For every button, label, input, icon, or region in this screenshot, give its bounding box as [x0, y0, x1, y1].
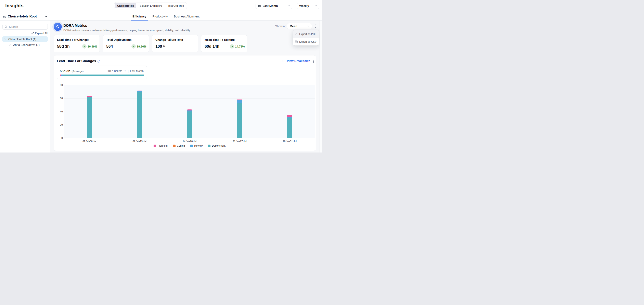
chevron-right-icon[interactable] — [9, 43, 12, 46]
metric-card-delta-value: 14.78% — [235, 45, 244, 48]
y-tick-label: 40 — [55, 110, 63, 113]
metric-card-value: 100 — [156, 44, 162, 49]
gridline-60 — [64, 98, 315, 98]
sidebar-header: ChoiceHotels Root — [0, 12, 50, 20]
progress-segment-planning — [60, 74, 61, 76]
showing-label: Showing — [275, 24, 286, 28]
scrollbar-track[interactable] — [320, 20, 322, 152]
menu-item-label: Export as CSV — [299, 40, 316, 43]
export-menu: Export as PDFExport as CSV — [293, 30, 319, 45]
arrow-down-right-icon — [82, 44, 86, 48]
chart-legend: PlanningCodingReviewDeployment — [64, 144, 315, 147]
period-label: Last Month — [130, 69, 144, 72]
menu-item-export-as-pdf[interactable]: Export as PDF — [293, 30, 319, 38]
metric-card-title: Mean Time To Restore — [204, 38, 244, 41]
search-input[interactable] — [9, 25, 46, 28]
date-range-value: Last Month — [263, 4, 278, 7]
x-tick-label: 14 Jul-20 Jul — [164, 140, 214, 143]
metric-card-lead-time-for-changes: Lead Time For Changes58d 3h16.99% — [54, 35, 100, 52]
y-tick-label: 0 — [55, 137, 63, 139]
bar-chart-plot — [64, 85, 315, 138]
tab-efficiency[interactable]: Efficiency — [132, 12, 147, 20]
sidebar: ChoiceHotels Root Expand All ChoiceHotel… — [0, 12, 50, 152]
legend-item-coding[interactable]: Coding — [173, 144, 185, 147]
legend-label: Review — [194, 144, 202, 147]
chevron-down-icon[interactable] — [4, 38, 6, 40]
legend-item-review[interactable]: Review — [190, 144, 202, 147]
bar-segment-deployment — [137, 92, 142, 138]
bar-segment-deployment — [187, 111, 192, 138]
metric-card-delta: 14.78% — [230, 44, 244, 48]
tree-item[interactable]: Anna Scozzafava (7) — [7, 42, 48, 47]
chart-title: Lead Time For Changes — [57, 59, 96, 63]
expand-all-label: Expand All — [35, 32, 48, 35]
collapse-chevron-up-icon[interactable] — [45, 15, 48, 18]
fullscreen-icon — [282, 59, 286, 62]
legend-label: Planning — [158, 144, 168, 147]
metric-card-delta-value: 16.99% — [88, 45, 97, 48]
tree-item[interactable]: ChoiceHotels Root (1) — [2, 36, 48, 42]
metric-card-total-deployments: Total Deployments56439.26% — [103, 35, 149, 52]
chevron-down-icon — [314, 4, 317, 7]
metric-card-delta: 16.99% — [82, 44, 97, 48]
tickets-period-row: 8017 Tickets | Last Month — [107, 69, 144, 73]
tab-business-alignment[interactable]: Business Alignment — [173, 12, 200, 20]
legend-swatch — [154, 145, 156, 147]
arrow-up-right-icon — [132, 44, 136, 48]
phase-progress-bar — [60, 74, 144, 76]
chevron-down-icon — [307, 25, 310, 27]
menu-item-export-as-csv[interactable]: Export as CSV — [293, 38, 319, 45]
chart-line-icon — [294, 32, 298, 35]
tickets-count: 8017 Tickets — [107, 69, 122, 72]
average-value-row: 58d 3h (Average) — [60, 69, 84, 73]
bar-01-jul-06-jul[interactable] — [87, 96, 92, 138]
org-segmented-control: ChoiceHotelsSolution EngineersTest Org T… — [114, 2, 187, 9]
bar-28-jul-31-jul[interactable] — [287, 115, 292, 138]
info-icon[interactable] — [97, 60, 100, 63]
table-icon — [294, 40, 298, 43]
bar-segment-planning — [287, 115, 292, 117]
dora-kebab-menu-icon[interactable] — [314, 23, 318, 29]
tree-item-label: ChoiceHotels Root (1) — [8, 37, 36, 41]
org-tab-solution-engineers[interactable]: Solution Engineers — [137, 2, 165, 9]
metric-card-mean-time-to-restore: Mean Time To Restore60d 14h14.78% — [201, 35, 247, 52]
bar-07-jul-13-jul[interactable] — [137, 91, 142, 138]
metric-card-unit: % — [163, 45, 166, 48]
main-content: EfficiencyProductivityBusiness Alignment… — [50, 12, 322, 152]
org-tab-test-org-tree[interactable]: Test Org Tree — [165, 2, 187, 9]
sidebar-title: ChoiceHotels Root — [8, 15, 43, 18]
info-icon[interactable] — [124, 70, 126, 72]
showing-mode-value: Mean — [290, 24, 307, 28]
date-range-select[interactable]: Last Month — [256, 3, 292, 9]
divider: | — [128, 69, 128, 73]
average-summary-card: 58d 3h (Average) 8017 Tickets | Last Mon… — [57, 66, 147, 79]
org-tree: ChoiceHotels Root (1)Anna Scozzafava (7) — [0, 36, 50, 48]
legend-swatch — [173, 145, 176, 147]
metric-card-value-row: 56439.26% — [106, 44, 146, 49]
org-chart-icon — [3, 15, 6, 18]
legend-item-planning[interactable]: Planning — [154, 144, 168, 147]
average-label: (Average) — [72, 70, 84, 73]
metric-card-value: 60d 14h — [204, 44, 220, 49]
view-breakdown-button[interactable]: View Breakdown — [282, 59, 310, 62]
chart-kebab-menu-icon[interactable] — [312, 58, 316, 64]
metric-card-title: Change Failure Rate — [156, 38, 194, 41]
legend-item-deployment[interactable]: Deployment — [208, 144, 226, 147]
granularity-value: Weekly — [299, 4, 309, 7]
bar-segment-deployment — [87, 97, 92, 138]
metric-cards-row: Lead Time For Changes58d 3h16.99%Total D… — [50, 35, 322, 52]
bar-21-jul-27-jul[interactable] — [237, 99, 242, 138]
legend-swatch — [190, 145, 193, 147]
y-tick-label: 60 — [55, 97, 63, 100]
tab-productivity[interactable]: Productivity — [152, 12, 168, 20]
bar-14-jul-20-jul[interactable] — [187, 109, 192, 138]
showing-mode-select[interactable]: Mean — [287, 23, 312, 29]
bar-segment-deployment — [237, 103, 242, 138]
metric-card-value-row: 60d 14h14.78% — [204, 44, 244, 49]
expand-all-button[interactable]: Expand All — [31, 32, 48, 35]
progress-segment-review — [61, 74, 63, 76]
org-tab-choicehotels[interactable]: ChoiceHotels — [115, 3, 136, 8]
metric-card-value: 564 — [106, 44, 113, 49]
granularity-select[interactable]: Weekly — [297, 3, 319, 9]
metric-card-value-row: 100% — [156, 44, 196, 49]
